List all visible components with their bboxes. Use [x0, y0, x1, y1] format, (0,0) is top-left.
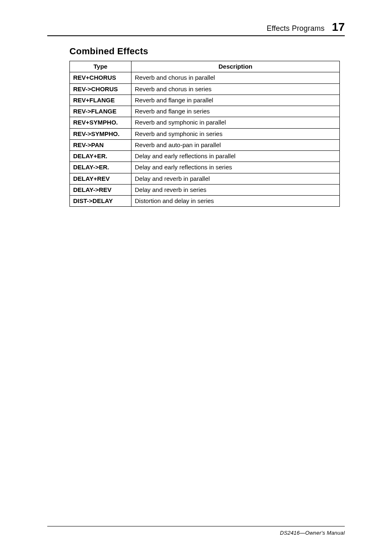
table-row: DELAY+ER. Delay and early reflections in…	[70, 151, 340, 162]
running-head: Effects Programs 17	[47, 21, 345, 34]
cell-description: Reverb and chorus in series	[131, 83, 340, 95]
cell-description: Reverb and chorus in parallel	[131, 72, 340, 83]
cell-description: Delay and early reflections in series	[131, 162, 340, 173]
cell-description: Delay and reverb in series	[131, 184, 340, 195]
cell-description: Delay and early reflections in parallel	[131, 151, 340, 162]
cell-type: REV+CHORUS	[70, 72, 131, 83]
cell-description: Reverb and symphonic in parallel	[131, 117, 340, 128]
cell-type: REV->PAN	[70, 139, 131, 150]
cell-type: DIST->DELAY	[70, 196, 131, 207]
table-row: DELAY+REV Delay and reverb in parallel	[70, 173, 340, 184]
cell-type: REV+SYMPHO.	[70, 117, 131, 128]
cell-type: DELAY->ER.	[70, 162, 131, 173]
table-row: REV->PAN Reverb and auto-pan in parallel	[70, 139, 340, 150]
cell-type: REV->CHORUS	[70, 83, 131, 95]
cell-type: DELAY->REV	[70, 184, 131, 195]
table-row: DELAY->REV Delay and reverb in series	[70, 184, 340, 195]
page: Effects Programs 17 Combined Effects Typ…	[0, 0, 392, 554]
cell-description: Delay and reverb in parallel	[131, 173, 340, 184]
cell-description: Reverb and flange in parallel	[131, 95, 340, 106]
footer-rule	[47, 526, 345, 526]
running-head-section: Effects Programs	[267, 24, 325, 33]
footer-manual-title: DS2416—Owner's Manual	[47, 530, 345, 536]
header-rule	[47, 35, 345, 36]
cell-description: Reverb and symphonic in series	[131, 128, 340, 139]
combined-effects-table: Type Description REV+CHORUS Reverb and c…	[69, 61, 340, 207]
table-row: REV->CHORUS Reverb and chorus in series	[70, 83, 340, 95]
footer: DS2416—Owner's Manual	[47, 526, 345, 536]
section-title: Combined Effects	[69, 46, 345, 57]
cell-type: DELAY+REV	[70, 173, 131, 184]
cell-description: Distortion and delay in series	[131, 196, 340, 207]
col-header-description: Description	[131, 61, 340, 72]
cell-type: REV+FLANGE	[70, 95, 131, 106]
cell-description: Reverb and auto-pan in parallel	[131, 139, 340, 150]
table-row: REV+FLANGE Reverb and flange in parallel	[70, 95, 340, 106]
table-row: REV->SYMPHO. Reverb and symphonic in ser…	[70, 128, 340, 139]
col-header-type: Type	[70, 61, 131, 72]
cell-description: Reverb and flange in series	[131, 106, 340, 117]
table-row: DIST->DELAY Distortion and delay in seri…	[70, 196, 340, 207]
running-head-page-number: 17	[332, 21, 345, 34]
table-row: REV+SYMPHO. Reverb and symphonic in para…	[70, 117, 340, 128]
table-row: DELAY->ER. Delay and early reflections i…	[70, 162, 340, 173]
table-header-row: Type Description	[70, 61, 340, 72]
table-row: REV->FLANGE Reverb and flange in series	[70, 106, 340, 117]
table-row: REV+CHORUS Reverb and chorus in parallel	[70, 72, 340, 83]
cell-type: REV->SYMPHO.	[70, 128, 131, 139]
cell-type: REV->FLANGE	[70, 106, 131, 117]
cell-type: DELAY+ER.	[70, 151, 131, 162]
